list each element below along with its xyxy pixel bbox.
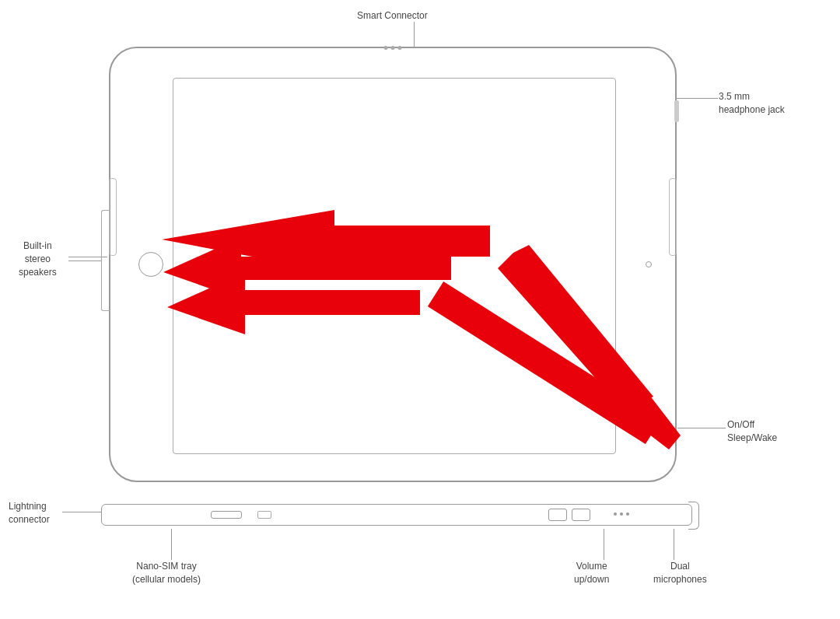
- volume-label: Volume up/down: [574, 560, 609, 586]
- sim-tray-line: [171, 529, 172, 560]
- diagram-area: Smart Connector: [0, 0, 840, 619]
- nano-sim-label: Nano-SIM tray (cellular models): [132, 560, 201, 586]
- lightning-port: [211, 511, 242, 519]
- builtin-speakers-label: Built-in stereo speakers: [19, 240, 57, 278]
- vol-btn-2: [572, 509, 590, 521]
- bracket-label-line: [68, 261, 101, 261]
- smart-connector-dots: [384, 46, 402, 50]
- headphone-jack-label: 3.5 mm headphone jack: [719, 90, 785, 117]
- mic-hole-1: [614, 512, 617, 516]
- mic-hole-3: [626, 512, 629, 516]
- ipad-bottom-view: [101, 504, 692, 532]
- sim-tray: [257, 511, 271, 519]
- volume-line: [604, 529, 604, 560]
- onoff-button: [674, 100, 679, 122]
- smart-connector-label: Smart Connector: [357, 9, 428, 23]
- lightning-line: [62, 512, 101, 512]
- mic-holes: [614, 512, 629, 516]
- bottom-right-edge: [688, 502, 699, 530]
- lightning-connector-label: Lightning connector: [9, 500, 50, 526]
- ipad-front-view: [109, 47, 677, 482]
- ipad-body: [109, 47, 677, 482]
- vol-btn-1: [548, 509, 567, 521]
- speakers-bracket: [101, 210, 110, 311]
- home-button: [138, 252, 163, 277]
- smart-connector-line: [414, 22, 415, 49]
- speaker-grille-right: [669, 178, 677, 256]
- camera-dot: [646, 261, 652, 268]
- bottom-body: [101, 504, 692, 526]
- onoff-label: On/Off Sleep/Wake: [727, 418, 777, 445]
- ipad-screen: [173, 78, 616, 454]
- onoff-line: [677, 428, 726, 428]
- mic-line: [674, 529, 674, 560]
- dual-mic-label: Dual microphones: [653, 560, 707, 586]
- volume-buttons-bottom: [548, 509, 590, 521]
- headphone-jack-line: [675, 98, 718, 99]
- mic-hole-2: [620, 512, 623, 516]
